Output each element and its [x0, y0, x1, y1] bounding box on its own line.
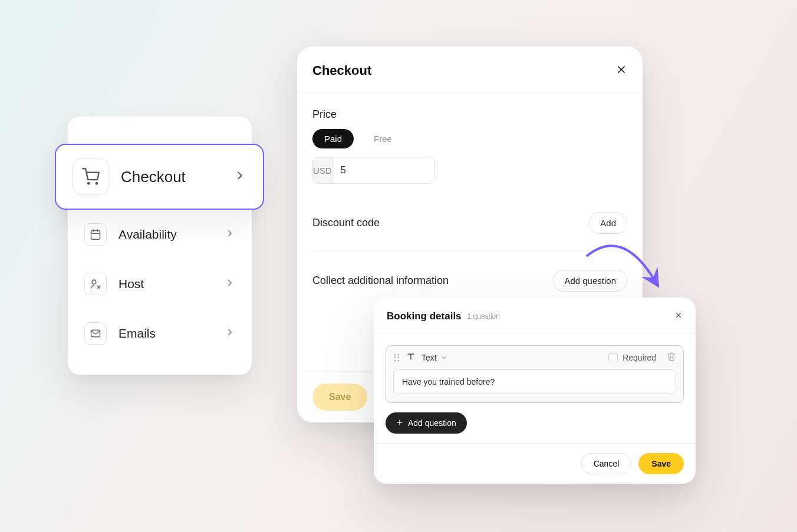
svg-point-6 — [92, 280, 96, 284]
booking-title: Booking details — [387, 310, 462, 322]
sidebar-item-label: Emails — [118, 326, 225, 341]
collect-info-label: Collect additional information — [312, 275, 449, 287]
chevron-right-icon — [225, 228, 235, 241]
close-icon[interactable] — [615, 64, 627, 78]
cancel-button[interactable]: Cancel — [581, 453, 632, 474]
svg-point-16 — [394, 360, 396, 362]
plus-icon — [396, 418, 403, 428]
svg-rect-2 — [91, 230, 100, 239]
booking-body: Text Required Have you trained before? A… — [374, 333, 696, 443]
divider — [312, 250, 627, 251]
save-button[interactable]: Save — [638, 453, 684, 474]
booking-details-panel: Booking details 1 question Text — [374, 298, 696, 484]
svg-point-14 — [394, 357, 396, 359]
question-type-label: Text — [421, 353, 437, 362]
cart-icon — [73, 158, 109, 195]
mail-icon — [84, 322, 107, 345]
currency-label: USD — [313, 157, 332, 183]
svg-point-15 — [398, 357, 400, 359]
settings-sidebar: Checkout Availability Host Emails — [68, 117, 252, 375]
sidebar-item-availability[interactable]: Availability — [68, 210, 252, 259]
save-button[interactable]: Save — [312, 384, 367, 411]
chevron-down-icon — [440, 354, 447, 361]
question-card: Text Required Have you trained before? — [386, 345, 684, 403]
required-toggle[interactable]: Required — [608, 353, 656, 362]
price-input[interactable] — [332, 157, 435, 183]
discount-label: Discount code — [312, 217, 380, 229]
svg-point-0 — [88, 183, 90, 184]
add-question-button-dark[interactable]: Add question — [386, 412, 467, 434]
booking-footer: Cancel Save — [374, 443, 696, 484]
sidebar-item-label: Checkout — [121, 168, 233, 186]
close-icon[interactable] — [674, 311, 683, 322]
text-type-icon — [406, 352, 416, 364]
question-type-select[interactable]: Text — [421, 353, 447, 362]
checkbox-icon — [608, 353, 618, 362]
svg-point-1 — [96, 183, 98, 184]
add-question-label: Add question — [408, 418, 456, 428]
price-toggle-free[interactable]: Free — [362, 129, 404, 148]
user-edit-icon — [84, 273, 107, 295]
price-label: Price — [312, 108, 627, 121]
drag-handle-icon[interactable] — [393, 353, 400, 362]
panel-header: Checkout — [297, 47, 643, 93]
add-discount-button[interactable]: Add — [589, 212, 627, 234]
sidebar-item-label: Availability — [118, 227, 225, 242]
svg-point-17 — [398, 360, 400, 362]
question-text-input[interactable]: Have you trained before? — [393, 369, 676, 394]
price-toggle-paid[interactable]: Paid — [312, 129, 354, 148]
chevron-right-icon — [225, 277, 235, 290]
booking-header: Booking details 1 question — [374, 298, 696, 333]
chevron-right-icon — [233, 169, 246, 184]
sidebar-item-emails[interactable]: Emails — [68, 309, 252, 358]
price-input-group: USD — [312, 157, 435, 184]
question-card-header: Text Required — [386, 346, 683, 369]
sidebar-item-host[interactable]: Host — [68, 259, 252, 309]
chevron-right-icon — [225, 327, 235, 340]
svg-point-12 — [394, 354, 396, 356]
add-question-button[interactable]: Add question — [553, 270, 627, 292]
price-toggle: Paid Free — [312, 129, 627, 148]
booking-meta: 1 question — [467, 312, 674, 320]
sidebar-item-label: Host — [118, 277, 225, 291]
calendar-icon — [84, 223, 107, 246]
trash-icon[interactable] — [667, 352, 676, 364]
required-label: Required — [623, 353, 656, 362]
svg-point-13 — [398, 354, 400, 356]
panel-title: Checkout — [312, 63, 371, 78]
sidebar-item-checkout[interactable]: Checkout — [55, 144, 264, 210]
